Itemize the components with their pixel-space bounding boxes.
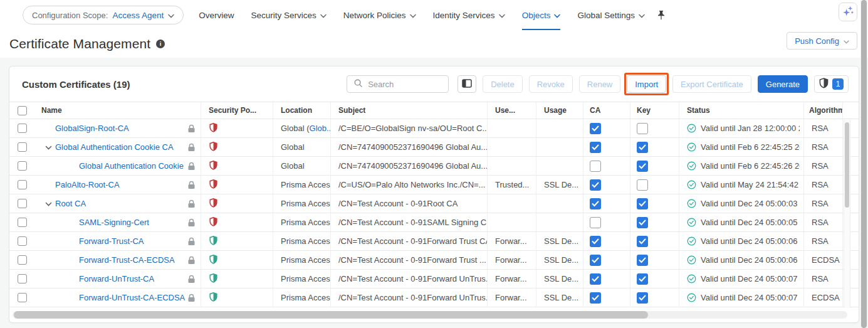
revoke-button[interactable]: Revoke bbox=[529, 75, 573, 93]
security-policy-count-button[interactable]: 1 bbox=[814, 75, 849, 93]
pin-icon[interactable] bbox=[657, 10, 665, 20]
search-input[interactable] bbox=[368, 80, 437, 89]
column-header-loc[interactable]: Location bbox=[273, 102, 331, 119]
ca-checkbox[interactable] bbox=[590, 123, 601, 134]
delete-button[interactable]: Delete bbox=[483, 75, 523, 93]
security-policy-shield-icon bbox=[209, 179, 218, 191]
certificate-name-link[interactable]: Root CA bbox=[55, 199, 86, 208]
status-text: Valid until Dec 24 05:00:06 20 bbox=[701, 255, 800, 265]
nav-item-objects[interactable]: Objects bbox=[522, 0, 561, 30]
lock-icon bbox=[185, 199, 196, 208]
column-header-usage[interactable]: Usage bbox=[536, 102, 583, 119]
key-checkbox[interactable] bbox=[637, 161, 648, 172]
key-checkbox[interactable] bbox=[637, 179, 648, 191]
subject-text: /CN=7474090052371690496 Global Au... bbox=[338, 142, 488, 152]
certificate-name-link[interactable]: Global Authentication Cookie Cert bbox=[79, 161, 185, 171]
page-scrollbar[interactable] bbox=[860, 0, 867, 328]
copilot-sparkle-button[interactable] bbox=[839, 3, 857, 21]
key-checkbox[interactable] bbox=[637, 123, 648, 134]
select-all-checkbox[interactable] bbox=[18, 106, 27, 115]
certificate-name-link[interactable]: PaloAlto-Root-CA bbox=[55, 180, 120, 189]
ca-checkbox[interactable] bbox=[590, 179, 601, 191]
search-box[interactable] bbox=[347, 75, 449, 93]
configuration-scope-select[interactable]: Configuration Scope: Access Agent bbox=[23, 6, 184, 24]
column-header-subj[interactable]: Subject bbox=[331, 102, 488, 119]
nav-item-security-services[interactable]: Security Services bbox=[251, 0, 327, 30]
ca-checkbox[interactable] bbox=[590, 198, 601, 209]
subject-text: /CN=Test Account - 0-91Forward UnTrus... bbox=[338, 274, 488, 283]
row-checkbox[interactable] bbox=[18, 218, 27, 227]
status-valid-icon bbox=[687, 199, 696, 208]
table-row: GlobalSign-Root-CAGlobal (Glob.../C=BE/O… bbox=[9, 119, 859, 138]
table-row: SAML-Signing-CertPrisma Access/CN=Test A… bbox=[9, 213, 859, 232]
nav-item-identity-services[interactable]: Identity Services bbox=[433, 0, 505, 30]
row-checkbox[interactable] bbox=[18, 274, 27, 283]
certificate-name-link[interactable]: GlobalSign-Root-CA bbox=[55, 124, 129, 133]
security-policy-shield-icon bbox=[209, 160, 218, 172]
ca-checkbox[interactable] bbox=[590, 217, 601, 228]
certificate-name-link[interactable]: Forward-Trust-CA bbox=[79, 236, 144, 246]
ca-checkbox[interactable] bbox=[590, 161, 601, 172]
column-header-name[interactable]: Name bbox=[35, 102, 201, 119]
key-checkbox[interactable] bbox=[637, 142, 648, 153]
column-header-use[interactable]: Use... bbox=[488, 102, 536, 119]
horizontal-scrollbar-thumb[interactable] bbox=[14, 311, 648, 319]
column-header-ca[interactable]: CA bbox=[583, 102, 630, 119]
app-window: Configuration Scope: Access Agent Overvi… bbox=[0, 0, 868, 328]
nav-item-global-settings[interactable]: Global Settings bbox=[577, 0, 645, 30]
expand-chevron-icon[interactable] bbox=[45, 142, 52, 152]
row-checkbox[interactable] bbox=[18, 142, 27, 152]
status-valid-icon bbox=[687, 274, 696, 283]
certificate-name-link[interactable]: SAML-Signing-Cert bbox=[79, 218, 149, 227]
chevron-down-icon bbox=[410, 11, 416, 20]
row-checkbox[interactable] bbox=[18, 236, 27, 246]
certificate-name-link[interactable]: Forward-Trust-CA-ECDSA bbox=[79, 255, 175, 265]
column-header-alg[interactable]: Algorithm bbox=[804, 102, 843, 119]
lock-icon bbox=[185, 162, 196, 171]
key-checkbox[interactable] bbox=[637, 236, 648, 247]
row-checkbox[interactable] bbox=[18, 124, 27, 133]
key-checkbox[interactable] bbox=[637, 217, 648, 228]
push-config-button[interactable]: Push Config bbox=[787, 32, 857, 50]
ca-checkbox[interactable] bbox=[590, 273, 601, 285]
certificate-name-link[interactable]: Forward-UnTrust-CA-ECDSA bbox=[79, 293, 185, 302]
security-policy-shield-icon bbox=[209, 141, 218, 154]
ca-checkbox[interactable] bbox=[590, 255, 601, 266]
page-scrollbar-thumb[interactable] bbox=[861, 0, 867, 328]
horizontal-scrollbar[interactable] bbox=[13, 311, 847, 319]
table-vertical-scrollbar-thumb[interactable] bbox=[845, 122, 849, 208]
security-policy-shield-icon bbox=[209, 122, 218, 135]
row-checkbox[interactable] bbox=[18, 293, 27, 302]
table-body: GlobalSign-Root-CAGlobal (Glob.../C=BE/O… bbox=[9, 119, 859, 307]
lock-icon bbox=[185, 143, 196, 152]
column-header-status[interactable]: Status bbox=[679, 102, 804, 119]
certificate-name-link[interactable]: Forward-UnTrust-CA bbox=[79, 274, 154, 283]
ca-checkbox[interactable] bbox=[590, 142, 601, 153]
row-checkbox[interactable] bbox=[18, 161, 27, 171]
export-certificate-button[interactable]: Export Certificate bbox=[672, 75, 751, 93]
expand-chevron-icon[interactable] bbox=[45, 199, 52, 208]
generate-button[interactable]: Generate bbox=[758, 75, 808, 93]
location-link[interactable]: Glob... bbox=[310, 124, 331, 133]
key-checkbox[interactable] bbox=[637, 198, 648, 209]
key-checkbox[interactable] bbox=[637, 255, 648, 266]
info-icon[interactable] bbox=[156, 40, 165, 48]
row-checkbox[interactable] bbox=[18, 199, 27, 208]
key-checkbox[interactable] bbox=[637, 273, 648, 285]
key-checkbox[interactable] bbox=[637, 292, 648, 304]
ca-checkbox[interactable] bbox=[590, 236, 601, 247]
column-header-key[interactable]: Key bbox=[630, 102, 679, 119]
import-button[interactable]: Import bbox=[627, 75, 666, 93]
ca-checkbox[interactable] bbox=[590, 292, 601, 304]
nav-item-overview[interactable]: Overview bbox=[199, 0, 234, 30]
column-picker-button[interactable] bbox=[458, 75, 476, 93]
column-header-secpo[interactable]: Security Po... bbox=[201, 102, 273, 119]
row-checkbox[interactable] bbox=[18, 180, 27, 189]
certificate-name-link[interactable]: Global Authentication Cookie CA bbox=[55, 142, 174, 152]
status-text: Valid until Dec 24 05:00:06 20 bbox=[701, 236, 800, 246]
table-vertical-scrollbar[interactable] bbox=[844, 120, 850, 308]
renew-button[interactable]: Renew bbox=[579, 75, 620, 93]
row-checkbox[interactable] bbox=[18, 255, 27, 265]
nav-item-network-policies[interactable]: Network Policies bbox=[343, 0, 416, 30]
shield-icon bbox=[819, 78, 829, 90]
